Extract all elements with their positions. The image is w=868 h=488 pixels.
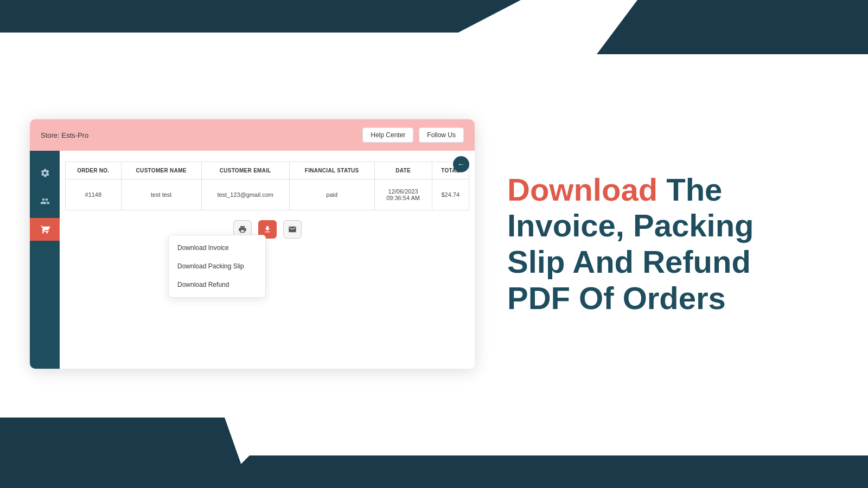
action-icons-row [65, 220, 469, 239]
print-icon [238, 225, 247, 234]
people-icon [40, 196, 50, 206]
main-panel: ← ORDER NO. CUSTOMER NAME CUSTOMER EMAIL… [60, 151, 475, 369]
app-body: ← ORDER NO. CUSTOMER NAME CUSTOMER EMAIL… [30, 151, 475, 369]
sidebar-item-settings[interactable] [30, 162, 60, 184]
dropdown-menu: Download Invoice Download Packing Slip D… [168, 235, 266, 298]
back-arrow-icon: ← [457, 160, 465, 169]
header-buttons: Help Center Follow Us [362, 127, 464, 143]
orders-table: ORDER NO. CUSTOMER NAME CUSTOMER EMAIL F… [65, 162, 469, 210]
table-row: #1148 test test test_123@gmail.com paid … [66, 179, 469, 210]
bg-decor-top-left [0, 0, 521, 33]
promo-heading: Download The Invoice, Packing Slip And R… [507, 172, 838, 317]
cell-order-no: #1148 [66, 179, 122, 210]
col-financial-status: FINANCIAL STATUS [289, 162, 374, 179]
app-header: Store: Ests-Pro Help Center Follow Us [30, 119, 475, 151]
email-icon [288, 225, 297, 234]
download-icon [263, 225, 272, 234]
download-refund-item[interactable]: Download Refund [169, 275, 265, 294]
gear-icon [40, 168, 50, 178]
email-button[interactable] [283, 220, 302, 239]
cell-customer-name: test test [121, 179, 201, 210]
cell-financial-status: paid [289, 179, 374, 210]
back-button[interactable]: ← [453, 156, 469, 172]
store-name: Store: Ests-Pro [41, 131, 88, 139]
col-customer-name: CUSTOMER NAME [121, 162, 201, 179]
download-invoice-item[interactable]: Download Invoice [169, 239, 265, 257]
cell-total: $24.74 [432, 179, 469, 210]
bg-decor-bottom-right [217, 455, 868, 488]
cart-icon [40, 224, 50, 234]
sidebar-item-orders[interactable] [30, 218, 60, 241]
promo-text-section: Download The Invoice, Packing Slip And R… [507, 172, 838, 317]
sidebar [30, 151, 60, 369]
col-order-no: ORDER NO. [66, 162, 122, 179]
promo-highlight: Download [507, 172, 658, 207]
sidebar-item-users[interactable] [30, 190, 60, 213]
main-content: Store: Ests-Pro Help Center Follow Us [30, 43, 838, 445]
follow-us-button[interactable]: Follow Us [419, 127, 464, 143]
cell-date: 12/06/202309:36:54 AM [374, 179, 432, 210]
col-customer-email: CUSTOMER EMAIL [201, 162, 289, 179]
cell-customer-email: test_123@gmail.com [201, 179, 289, 210]
help-center-button[interactable]: Help Center [362, 127, 413, 143]
app-window: Store: Ests-Pro Help Center Follow Us [30, 119, 475, 369]
download-packing-slip-item[interactable]: Download Packing Slip [169, 257, 265, 275]
col-date: DATE [374, 162, 432, 179]
